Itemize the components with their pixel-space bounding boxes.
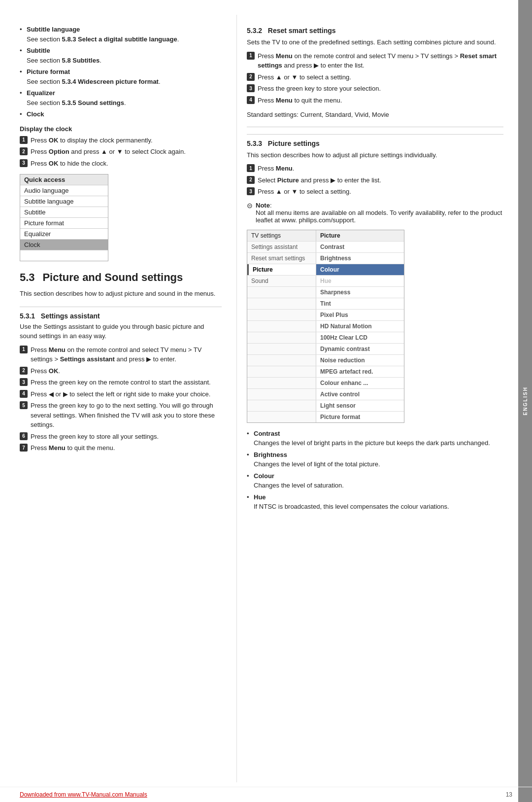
- subsection-533-number: 5.3.3: [247, 139, 266, 147]
- side-language-tab: ENGLISH: [518, 0, 532, 802]
- step-number: 6: [20, 432, 28, 440]
- table-cell-col2: Sharpness: [316, 287, 404, 298]
- table-cell-col1: Reset smart settings: [247, 253, 316, 264]
- item-desc: See section 5.3.4 Widescreen picture for…: [27, 77, 222, 87]
- table-row: Sound Hue: [247, 275, 404, 286]
- table-cell-col1: [247, 389, 316, 400]
- subsection-531-number: 5.3.1: [20, 312, 39, 320]
- subsection-532-heading: 5.3.2 Reset smart settings: [247, 27, 503, 35]
- note-icon: ⊝: [247, 202, 253, 209]
- item-desc: If NTSC is broadcasted, this level compe…: [254, 503, 449, 510]
- table-cell-col1: [247, 332, 316, 343]
- list-item: Brightness Changes the level of light of…: [247, 450, 503, 469]
- step-number: 3: [20, 159, 28, 167]
- table-cell-col2: Active control: [316, 389, 404, 400]
- subsection-533-heading: 5.3.3 Picture settings: [247, 134, 503, 147]
- step-text: Press Menu on the remote control and sel…: [31, 345, 222, 364]
- table-cell-col2: Pixel Plus: [316, 310, 404, 320]
- subsection-532-number: 5.3.2: [247, 27, 266, 35]
- table-cell-col1: [247, 412, 316, 422]
- table-row: Picture format: [247, 411, 404, 422]
- item-desc: See section 5.8 Subtitles.: [27, 56, 222, 66]
- step-text: Press OK to display the clock permanentl…: [31, 136, 153, 145]
- table-row: Pixel Plus: [247, 309, 404, 320]
- subsection-533-title: Picture settings: [268, 139, 320, 147]
- side-tab-label: ENGLISH: [523, 386, 528, 415]
- step-text: Press ▲ or ▼ to select a setting.: [258, 72, 351, 82]
- table-row: 100Hz Clear LCD: [247, 332, 404, 343]
- step-item: 1 Press Menu on the remote control and s…: [20, 345, 222, 364]
- subsection-531-steps: 1 Press Menu on the remote control and s…: [20, 345, 222, 453]
- list-item: Hue If NTSC is broadcasted, this level c…: [247, 492, 503, 512]
- subsection-532-steps: 1 Press Menu on the remote control and s…: [247, 51, 503, 105]
- step-item: 2 Press ▲ or ▼ to select a setting.: [247, 72, 503, 82]
- table-cell-col2: Brightness: [316, 253, 404, 264]
- step-number: 3: [247, 187, 255, 195]
- table-row: Light sensor: [247, 400, 404, 411]
- subsection-532-title: Reset smart settings: [268, 27, 336, 35]
- step-number: 7: [20, 444, 28, 452]
- step-item: 3 Press OK to hide the clock.: [20, 159, 222, 169]
- table-cell-col1: [247, 310, 316, 320]
- item-desc: Changes the level of bright parts in the…: [254, 439, 490, 447]
- item-title: Subtitle: [27, 47, 50, 54]
- table-header-row: TV settings Picture: [247, 230, 404, 241]
- table-row: Reset smart settings Brightness: [247, 252, 404, 264]
- subsection-533-desc: This section describes how to adjust all…: [247, 150, 503, 160]
- subsection-532-desc: Sets the TV to one of the predefined set…: [247, 37, 503, 47]
- quick-access-row: Audio language: [20, 185, 108, 196]
- top-bullet-list: Subtitle language See section 5.8.3 Sele…: [20, 25, 222, 119]
- step-text: Press Menu to quit the menu.: [31, 443, 115, 453]
- table-row: Settings assistant Contrast: [247, 241, 404, 252]
- step-number: 3: [20, 378, 28, 386]
- quick-access-row: Subtitle language: [20, 196, 108, 207]
- table-cell-col2-grayed: Hue: [316, 276, 404, 286]
- quick-access-row-selected: Clock: [20, 240, 108, 250]
- table-row: Sharpness: [247, 286, 404, 298]
- table-cell-col1: [247, 378, 316, 388]
- step-item: 2 Press OK.: [20, 366, 222, 376]
- table-cell-col1: Settings assistant: [247, 242, 316, 252]
- table-cell-col1: [247, 321, 316, 332]
- note-text: Not all menu items are available on all …: [256, 209, 502, 224]
- table-cell-col2: 100Hz Clear LCD: [316, 332, 404, 343]
- list-item: Subtitle language See section 5.8.3 Sele…: [20, 25, 222, 44]
- table-cell-col1: [247, 400, 316, 411]
- table-row: Dynamic contrast: [247, 343, 404, 354]
- quick-access-row: Equalizer: [20, 229, 108, 240]
- table-cell-col2: MPEG artefact red.: [316, 366, 404, 377]
- table-row: Colour enhanc ...: [247, 377, 404, 388]
- subsection-531-intro: Use the Settings assistant to guide you …: [20, 322, 222, 341]
- step-item: 6 Press the green key to store all your …: [20, 432, 222, 442]
- step-number: 1: [247, 52, 255, 60]
- step-number: 1: [20, 136, 28, 144]
- item-title: Equalizer: [27, 89, 55, 97]
- item-title: Picture format: [27, 68, 70, 75]
- table-row: Active control: [247, 388, 404, 400]
- quick-access-header: Quick access: [20, 174, 108, 185]
- step-text: Press the green key on the remote contro…: [31, 378, 211, 387]
- step-number: 1: [247, 164, 255, 172]
- table-col1-header: TV settings: [247, 230, 316, 241]
- step-text: Press ◀ or ▶ to select the left or right…: [31, 389, 210, 399]
- list-item: Contrast Changes the level of bright par…: [247, 429, 503, 448]
- table-cell-col2: Noise reduction: [316, 355, 404, 366]
- table-row: MPEG artefact red.: [247, 366, 404, 377]
- step-number: 2: [20, 147, 28, 155]
- table-cell-col2-selected: Colour: [316, 264, 404, 275]
- table-cell-col1: Sound: [247, 276, 316, 286]
- tv-settings-table: TV settings Picture Settings assistant C…: [247, 230, 404, 423]
- right-column: 5.3.2 Reset smart settings Sets the TV t…: [236, 15, 518, 782]
- note-box: ⊝ Note: Not all menu items are available…: [247, 202, 503, 224]
- step-item: 4 Press Menu to quit the menu.: [247, 96, 503, 105]
- step-item: 1 Press OK to display the clock permanen…: [20, 136, 222, 145]
- step-item: 2 Select Picture and press ▶ to enter th…: [247, 175, 503, 185]
- footer-link[interactable]: Downloaded from www.TV-Manual.com Manual…: [20, 791, 147, 798]
- table-cell-col1: [247, 287, 316, 298]
- step-text: Press OK to hide the clock.: [31, 159, 108, 169]
- step-text: Select Picture and press ▶ to enter the …: [258, 175, 381, 185]
- table-cell-col2: Contrast: [316, 242, 404, 252]
- table-cell-col1: [247, 344, 316, 354]
- step-item: 5 Press the green key to go to the next …: [20, 401, 222, 430]
- item-desc: See section 5.8.3 Select a digital subti…: [27, 35, 222, 44]
